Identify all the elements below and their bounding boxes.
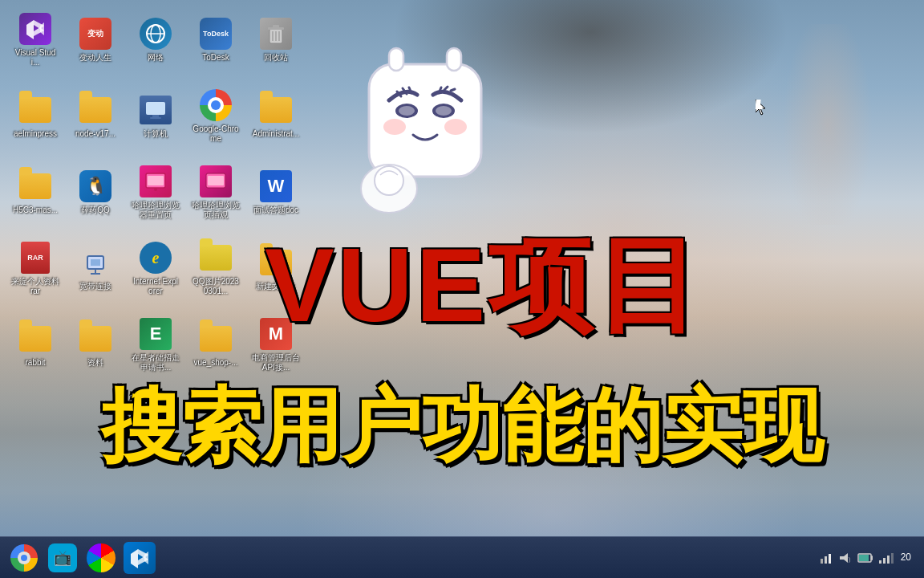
vue-title-overlay: VUE项目 — [265, 233, 908, 337]
svg-rect-41 — [829, 554, 831, 564]
taskbar-network-icon — [819, 551, 833, 565]
svg-marker-42 — [840, 553, 848, 563]
svg-rect-39 — [821, 559, 823, 564]
icon-network[interactable]: 网络 — [128, 8, 183, 72]
svg-rect-5 — [273, 25, 279, 28]
svg-point-35 — [444, 119, 467, 135]
icon-word-test[interactable]: W 面试答题doc — [249, 161, 303, 225]
svg-point-32 — [399, 106, 415, 116]
icon-renshi[interactable]: 变动 变动人生 — [68, 8, 123, 72]
icon-chrome[interactable]: Google-Chrome — [188, 84, 243, 149]
subtitle-overlay: 搜索用户功能的实现 — [8, 385, 916, 466]
svg-rect-13 — [148, 176, 164, 185]
svg-rect-21 — [369, 64, 481, 177]
svg-rect-45 — [871, 556, 873, 560]
icon-administrator[interactable]: Administrat... — [249, 84, 303, 149]
icon-zaishen[interactable]: E 在星者础招走申请书... — [128, 313, 183, 377]
svg-rect-16 — [208, 176, 224, 185]
icon-h5c3[interactable]: H5C3-mas... — [8, 161, 63, 225]
taskbar-volume-icon: ) — [838, 551, 853, 565]
icon-adminpress[interactable]: aelminpress — [8, 84, 63, 149]
taskbar-bilibili[interactable]: 📺 — [45, 540, 80, 576]
taskbar-time: 20 — [901, 552, 911, 564]
svg-rect-46 — [859, 555, 869, 561]
taskbar: 📺 ) — [0, 536, 924, 578]
taskbar-colorball[interactable] — [83, 540, 119, 576]
svg-rect-49 — [887, 556, 890, 564]
svg-rect-50 — [891, 553, 894, 564]
sys-tray-icons: ) — [819, 551, 894, 565]
svg-rect-11 — [150, 117, 161, 119]
icon-visual-studio[interactable]: Visual Studi... — [8, 8, 63, 72]
icon-internet-explorer[interactable]: e Internet Explorer — [128, 237, 183, 301]
svg-rect-48 — [883, 558, 886, 564]
icon-todesk[interactable]: ToDesk ToDesk — [188, 8, 243, 72]
taskbar-chrome[interactable] — [6, 540, 42, 576]
icon-qq-photo[interactable]: QQ图片20230301... — [188, 237, 243, 301]
svg-rect-9 — [146, 102, 165, 115]
icon-node[interactable]: node-v17... — [68, 84, 123, 149]
icon-browser-reset[interactable]: 哈哩哈哩浏览器重置页 — [128, 161, 183, 225]
icon-computer[interactable]: 计算机 — [128, 84, 183, 149]
svg-rect-23 — [447, 48, 461, 71]
icon-vue-shop[interactable]: vue_shop-... — [188, 313, 243, 377]
taskbar-signal-icon — [878, 552, 894, 564]
icon-ziliao[interactable]: 资料 — [68, 313, 123, 377]
svg-point-34 — [383, 119, 406, 135]
svg-rect-22 — [389, 48, 403, 71]
bilibili-mascot — [345, 40, 505, 217]
taskbar-vscode[interactable] — [122, 540, 157, 576]
svg-rect-10 — [152, 115, 159, 117]
svg-rect-47 — [879, 560, 881, 564]
desktop-icons-area: Visual Studi... 变动 变动人生 网络 ToDesk ToDesk… — [0, 0, 305, 401]
icon-qq[interactable]: 🐧 薛药QQ — [68, 161, 123, 225]
icon-rabbit[interactable]: rabbit — [8, 313, 63, 377]
icon-rar[interactable]: RAR 来淀个人资料rar — [8, 237, 63, 301]
svg-point-14 — [154, 188, 157, 191]
icon-broadband[interactable]: 宽带连接 — [68, 237, 123, 301]
taskbar-systray: ) 20 — [819, 551, 918, 565]
svg-line-29 — [451, 89, 455, 91]
svg-rect-40 — [825, 556, 827, 564]
icon-browser-view[interactable]: 哈哩哈哩浏览页插观 — [188, 161, 243, 225]
taskbar-battery-icon — [857, 552, 873, 564]
svg-rect-18 — [91, 259, 100, 266]
svg-point-33 — [436, 106, 452, 116]
icon-recycle-bin[interactable]: 回收站 — [249, 8, 303, 72]
svg-text:): ) — [849, 556, 850, 563]
